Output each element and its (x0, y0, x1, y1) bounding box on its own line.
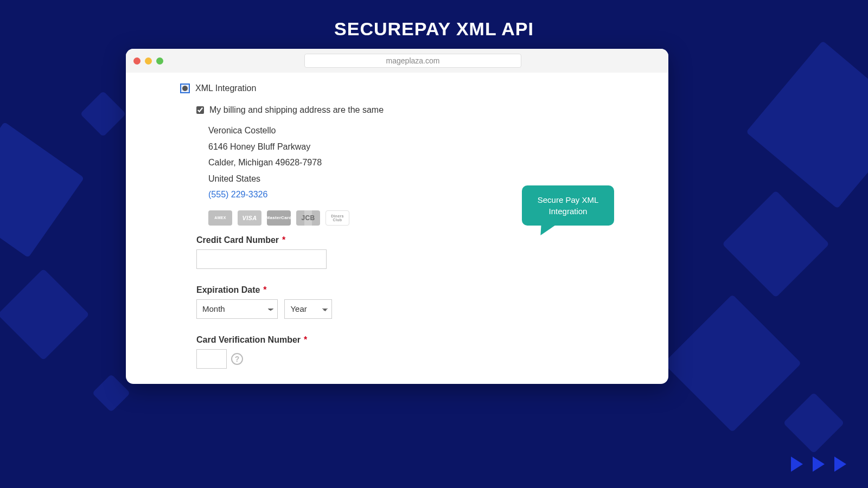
same-address-checkbox[interactable] (196, 106, 204, 114)
annotation-callout: Secure Pay XML Integration (522, 185, 614, 226)
address-street: 6146 Honey Bluff Parkway (208, 139, 614, 155)
cc-number-label: Credit Card Number (196, 235, 279, 245)
payment-method-xml-integration[interactable]: XML Integration (180, 84, 614, 93)
window-controls (133, 57, 163, 65)
url-bar[interactable]: mageplaza.com (304, 54, 521, 68)
payment-method-label: XML Integration (195, 84, 256, 93)
address-country: United States (208, 171, 614, 187)
cc-number-field: Credit Card Number * (196, 235, 614, 269)
maximize-icon[interactable] (156, 57, 163, 65)
expiration-label: Expiration Date (196, 285, 260, 295)
expiration-field: Expiration Date * Month Year (196, 285, 614, 319)
browser-window: mageplaza.com XML Integration My billing… (126, 49, 668, 384)
cc-number-input[interactable] (196, 249, 327, 269)
card-visa-icon: VISA (238, 210, 261, 226)
cvv-input[interactable] (196, 349, 227, 369)
minimize-icon[interactable] (145, 57, 152, 65)
required-marker: * (304, 335, 307, 345)
page-title: SECUREPAY XML API (0, 18, 868, 40)
help-icon[interactable]: ? (231, 353, 243, 365)
card-dinersclub-icon: Diners Club (326, 210, 349, 226)
address-city-line: Calder, Michigan 49628-7978 (208, 155, 614, 171)
nav-arrow-icon[interactable] (813, 457, 825, 472)
slide-nav-arrows (791, 457, 846, 472)
expiration-year-select[interactable]: Year (284, 299, 332, 319)
card-mastercard-icon: MasterCard (267, 210, 291, 226)
required-marker: * (263, 285, 266, 295)
same-address-checkbox-row[interactable]: My billing and shipping address are the … (196, 105, 614, 115)
browser-titlebar: mageplaza.com (126, 49, 668, 73)
card-jcb-icon: JCB (296, 210, 320, 226)
expiration-month-select[interactable]: Month (196, 299, 278, 319)
checkout-payment-section: XML Integration My billing and shipping … (126, 73, 668, 380)
nav-arrow-icon[interactable] (834, 457, 846, 472)
cvv-label: Card Verification Number (196, 335, 301, 345)
cvv-field: Card Verification Number * ? (196, 335, 614, 369)
card-amex-icon: AMEX (208, 210, 232, 226)
close-icon[interactable] (133, 57, 141, 65)
nav-arrow-icon[interactable] (791, 457, 803, 472)
required-marker: * (282, 235, 285, 245)
same-address-label: My billing and shipping address are the … (209, 105, 384, 115)
address-name: Veronica Costello (208, 123, 614, 139)
radio-selected-icon (180, 84, 190, 93)
